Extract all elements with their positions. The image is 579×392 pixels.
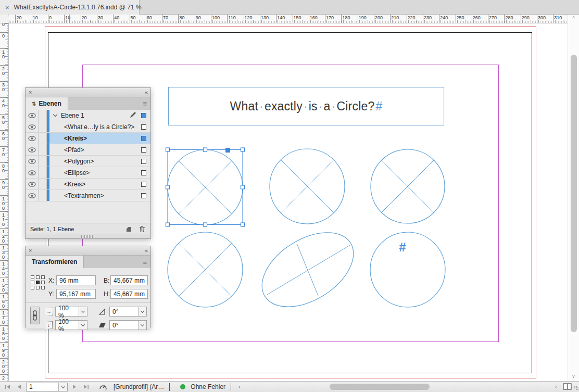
chevron-down-icon[interactable] [79,321,87,330]
lock-toggle[interactable] [39,144,47,155]
expand-layer-icon[interactable] [53,112,57,117]
close-panel-icon[interactable]: × [29,89,32,95]
lock-toggle[interactable] [39,167,47,178]
preflight-profile-label[interactable]: [Grundprofil] (Ar… [114,383,164,390]
selection-solid-handle[interactable] [225,148,230,153]
selection-proxy-square[interactable] [141,136,146,141]
collapse-panel-icon[interactable]: « [145,89,147,95]
chevron-down-icon[interactable] [58,383,67,391]
x-position-field[interactable] [56,275,96,285]
panel-menu-icon[interactable]: ≡ [143,258,147,266]
layer-name[interactable]: <Ellipse> [64,169,90,176]
selection-handle[interactable] [166,148,170,151]
layer-name[interactable]: <What e…ly is a Circle?> [64,123,134,131]
lock-toggle[interactable] [39,156,47,167]
chevron-down-icon[interactable] [169,383,170,390]
selection-handle[interactable] [204,148,207,151]
selection-proxy-square[interactable] [141,159,146,164]
layer-name[interactable]: <Pfad> [64,146,84,154]
reference-point[interactable] [31,286,34,289]
rotation-angle-select[interactable]: 0° [109,307,147,317]
collapse-status-icon[interactable]: ‹ [238,383,241,390]
layer-row[interactable]: <Pfad> [26,144,150,156]
layer-row[interactable]: Ebene 1 [26,110,150,121]
delete-layer-icon[interactable] [139,225,146,233]
page-number-input[interactable] [27,383,58,391]
reference-point[interactable] [31,275,34,279]
lock-toggle[interactable] [39,110,47,121]
panel-resize-handle[interactable] [26,234,150,238]
reference-point[interactable] [36,275,40,279]
circle-shape[interactable] [370,232,445,307]
spread-view-icon[interactable] [563,383,572,390]
ruler-origin-box[interactable] [0,15,9,23]
collapse-panel-icon[interactable]: « [145,247,147,254]
lock-toggle[interactable] [39,190,47,201]
selection-handle[interactable] [241,223,245,226]
reference-point[interactable] [36,286,40,289]
selection-proxy-square[interactable] [141,170,146,175]
selection-proxy-square[interactable] [141,193,146,198]
selection-handle[interactable] [166,185,170,189]
reference-point[interactable] [41,286,45,289]
selection-proxy-square[interactable] [141,124,146,130]
layer-row[interactable]: <Kreis> [26,179,150,190]
layer-name[interactable]: <Polygon> [64,158,94,165]
visibility-toggle[interactable] [26,167,39,178]
scale-x-select[interactable]: 100 % [55,307,87,317]
visibility-toggle[interactable] [26,179,39,189]
scroll-up-icon[interactable]: ^ [568,16,579,21]
visibility-toggle[interactable] [26,190,39,201]
next-page-button[interactable] [69,382,80,392]
reference-point-proxy[interactable] [31,275,45,289]
horizontal-ruler[interactable]: 2010010203040506070809010011012013014015… [9,15,568,23]
lock-toggle[interactable] [39,121,47,132]
selection-proxy-square[interactable] [141,147,146,153]
vertical-scrollbar[interactable]: ^ ∨ [568,15,579,381]
selection-proxy-square[interactable] [141,182,146,187]
lock-toggle[interactable] [39,133,47,144]
visibility-toggle[interactable] [26,133,39,144]
chevron-down-icon[interactable] [138,321,146,330]
visibility-toggle[interactable] [26,110,39,121]
chevron-down-icon[interactable] [79,307,87,316]
preflight-gauge-icon[interactable] [99,383,107,391]
layer-name[interactable]: Ebene 1 [61,112,84,119]
selection-handle[interactable] [166,223,170,226]
last-page-button[interactable] [80,382,92,392]
layer-row[interactable]: <Kreis> [26,133,150,144]
width-field[interactable] [110,275,148,285]
panel-menu-icon[interactable]: ≡ [143,100,147,108]
new-layer-icon[interactable] [125,225,132,233]
selection-handle[interactable] [204,223,207,226]
selection-handle[interactable] [241,148,245,151]
layer-name[interactable]: <Textrahmen> [64,192,104,199]
reference-point[interactable] [41,275,45,279]
vertical-scrollbar-thumb[interactable] [571,55,577,332]
layer-name[interactable]: <Kreis> [64,181,85,188]
first-page-button[interactable] [2,382,14,392]
layer-row[interactable]: <What e…ly is a Circle?> [26,121,150,133]
height-field[interactable] [110,289,148,299]
window-resize-grip[interactable] [574,386,575,387]
visibility-toggle[interactable] [26,144,39,155]
close-tab-icon[interactable]: × [5,4,9,11]
scale-y-select[interactable]: 100 % [55,320,87,330]
layer-name[interactable]: <Kreis> [64,135,87,142]
scroll-right-icon[interactable]: › [555,383,557,389]
visibility-toggle[interactable] [26,156,39,167]
title-text-frame[interactable]: What·exactly·is·a·Circle?# [168,87,444,125]
previous-page-button[interactable] [14,382,25,392]
chevron-down-icon[interactable] [138,307,146,316]
vertical-ruler[interactable]: 1 001 02 03 04 05 06 07 08 09 01 0 01 1 … [0,23,9,381]
selection-handle[interactable] [241,185,245,189]
reference-point[interactable] [36,281,40,284]
shear-angle-select[interactable]: 0° [109,320,147,330]
lock-toggle[interactable] [39,179,47,189]
layer-row[interactable]: <Polygon> [26,156,150,167]
reference-point[interactable] [41,281,45,284]
layer-row[interactable]: <Ellipse> [26,167,150,179]
constrain-proportions-button[interactable] [30,307,40,324]
y-position-field[interactable] [56,289,96,299]
reference-point[interactable] [31,281,34,284]
